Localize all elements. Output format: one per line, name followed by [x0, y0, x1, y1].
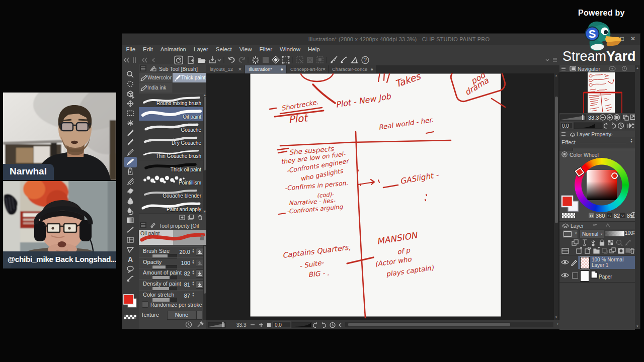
- menu-animation[interactable]: Animation: [156, 45, 190, 54]
- zoom-in-icon[interactable]: [259, 323, 263, 327]
- transfer-layer-icon[interactable]: [602, 248, 607, 253]
- tool-auto-select-icon[interactable]: [128, 120, 133, 126]
- wrench-icon[interactable]: [198, 322, 203, 327]
- add-subtool-icon[interactable]: [180, 215, 185, 220]
- tab-character-concept[interactable]: Character-conce ●: [329, 65, 377, 73]
- nav-zoom-in-icon[interactable]: [607, 115, 613, 120]
- tool-decoration-icon[interactable]: [128, 178, 134, 185]
- layer-opacity-slider[interactable]: [605, 231, 624, 236]
- tool-property-header[interactable]: Tool property [Oil paint]: [139, 221, 206, 229]
- lock-icon[interactable]: [600, 240, 604, 245]
- amount-of-paint-download-icon[interactable]: [196, 269, 204, 278]
- scroll-right-icon[interactable]: ›: [557, 321, 558, 326]
- csp-logo-icon[interactable]: [175, 56, 183, 64]
- transform-frame-icon[interactable]: [282, 56, 290, 64]
- tool-frame-border-icon[interactable]: [127, 237, 133, 242]
- layer-grid-icon[interactable]: [606, 224, 610, 227]
- randomize-row[interactable]: Randomize per stroke: [142, 301, 204, 309]
- subtool-panel-header[interactable]: Sub Tool [Brush]: [139, 64, 206, 72]
- brush-row-oil-paint[interactable]: Oil paint: [139, 107, 203, 120]
- opacity-stepper[interactable]: ▲▼: [192, 259, 195, 264]
- randomize-checkbox[interactable]: [142, 301, 148, 308]
- menu-help[interactable]: Help: [304, 45, 324, 54]
- palette-color-dropdown[interactable]: ∨: [562, 230, 578, 238]
- snap-grid-icon[interactable]: [351, 57, 358, 63]
- tool-blend-icon[interactable]: [128, 198, 133, 204]
- menu-edit[interactable]: Edit: [139, 45, 157, 54]
- navigator-rotation-value[interactable]: 0.0: [560, 123, 573, 129]
- tool-move-icon[interactable]: [127, 101, 133, 107]
- color-stretch-stepper[interactable]: ▲▼: [192, 292, 195, 297]
- canvas-vscrollbar[interactable]: ▲ ▼: [554, 73, 558, 320]
- combine-layer-icon[interactable]: [610, 248, 615, 253]
- open-file-icon[interactable]: [198, 58, 206, 63]
- fill-icon[interactable]: [272, 56, 279, 63]
- panel-split-icon[interactable]: [562, 248, 569, 253]
- new-layer-icon[interactable]: [577, 247, 582, 253]
- nav-rotate-cw-icon[interactable]: [612, 123, 616, 128]
- brush-row-pointillism[interactable]: Pointillism: [139, 173, 203, 187]
- tool-zoom-icon[interactable]: [127, 71, 133, 77]
- canvas-hscrollbar[interactable]: [345, 322, 553, 327]
- tool-pen-icon[interactable]: [128, 139, 133, 145]
- nav-reset-rotation-icon[interactable]: [618, 123, 624, 129]
- tool-selection-icon[interactable]: [127, 111, 133, 116]
- canvas-viewport[interactable]: Takes pod drama Plot - New Job Shortreck…: [206, 73, 559, 320]
- statusbar-rotation-value[interactable]: 0.0: [273, 322, 291, 328]
- refresh-icon[interactable]: [252, 56, 259, 64]
- layer1-name[interactable]: Layer 1: [592, 262, 608, 268]
- mask-enable-icon[interactable]: [617, 240, 623, 246]
- tool-gradient-icon[interactable]: [127, 218, 133, 223]
- apply-mask-icon[interactable]: [626, 248, 631, 253]
- snap-special-icon[interactable]: [341, 57, 347, 63]
- brush-row-gouache[interactable]: Gouache: [139, 121, 203, 134]
- tool-eraser-icon[interactable]: [127, 189, 133, 194]
- nav-fullscreen-icon[interactable]: [630, 115, 635, 120]
- menu-filter[interactable]: Filter: [256, 45, 276, 54]
- menu-view[interactable]: View: [235, 45, 256, 54]
- tab-layouts-12[interactable]: layouts_12 ✕: [206, 65, 245, 73]
- redo-icon[interactable]: [239, 57, 245, 62]
- menu-file[interactable]: File: [122, 45, 139, 54]
- nav-flip-horizontal-icon[interactable]: [628, 124, 631, 128]
- undo-icon[interactable]: [229, 57, 234, 62]
- tab-illustration[interactable]: Illustration* ●: [245, 65, 287, 73]
- brush-row-paint-apply[interactable]: Paint and apply: [139, 200, 203, 213]
- brush-row-thick-oil[interactable]: Thick oil paint: [139, 160, 203, 173]
- save-dropdown-icon[interactable]: [218, 59, 221, 61]
- navigator-rotation-slider[interactable]: [574, 123, 602, 129]
- delete-subtool-icon[interactable]: [198, 216, 202, 220]
- brush-size-download-icon[interactable]: [196, 248, 204, 256]
- deselect-icon[interactable]: [307, 57, 313, 63]
- panel-arrow-icon[interactable]: [152, 58, 154, 62]
- scroll-left-icon[interactable]: [339, 323, 341, 327]
- tool-text-icon[interactable]: A: [128, 255, 133, 263]
- layer1-thumbnail[interactable]: [580, 257, 590, 269]
- menu-layer[interactable]: Layer: [190, 45, 212, 54]
- tool-figure-icon[interactable]: [127, 227, 133, 232]
- brush-row-thin-gouache[interactable]: Thin Gouache brush: [139, 147, 203, 160]
- paper-checkbox[interactable]: [572, 273, 578, 279]
- density-of-paint-stepper[interactable]: ▲▼: [192, 281, 195, 286]
- reset-rotation-icon[interactable]: [330, 323, 335, 328]
- effect-scroll-arrows[interactable]: ▲▼: [630, 138, 633, 143]
- texture-preview-chip[interactable]: [196, 311, 202, 320]
- nav-rotate-ccw-icon[interactable]: [604, 123, 607, 128]
- tool-pencil-icon[interactable]: [128, 149, 133, 155]
- statusbar-zoom-slider[interactable]: [208, 322, 225, 327]
- new-layer-2-icon[interactable]: [585, 247, 591, 254]
- subtool-group-thick-paint[interactable]: Thick paint: [173, 73, 206, 82]
- subtool-group-watercolor[interactable]: Watercolor: [139, 73, 172, 82]
- tool-fill-icon[interactable]: [128, 208, 133, 215]
- layer-undo-icon[interactable]: [594, 224, 597, 226]
- panel-pin-icon[interactable]: [133, 57, 135, 63]
- visibility-eye-icon[interactable]: [561, 272, 569, 279]
- tab-close-icon[interactable]: ✕: [322, 65, 326, 73]
- invert-select-icon[interactable]: [317, 57, 323, 63]
- panel-menu-icon[interactable]: [140, 65, 146, 71]
- brush-row-round-mixing[interactable]: Round mixing brush: [139, 94, 203, 107]
- new-folder-icon[interactable]: [594, 247, 600, 253]
- texture-dropdown[interactable]: None: [167, 311, 196, 320]
- nav-zoom-fit-icon[interactable]: [614, 115, 620, 120]
- menu-select[interactable]: Select: [212, 45, 235, 54]
